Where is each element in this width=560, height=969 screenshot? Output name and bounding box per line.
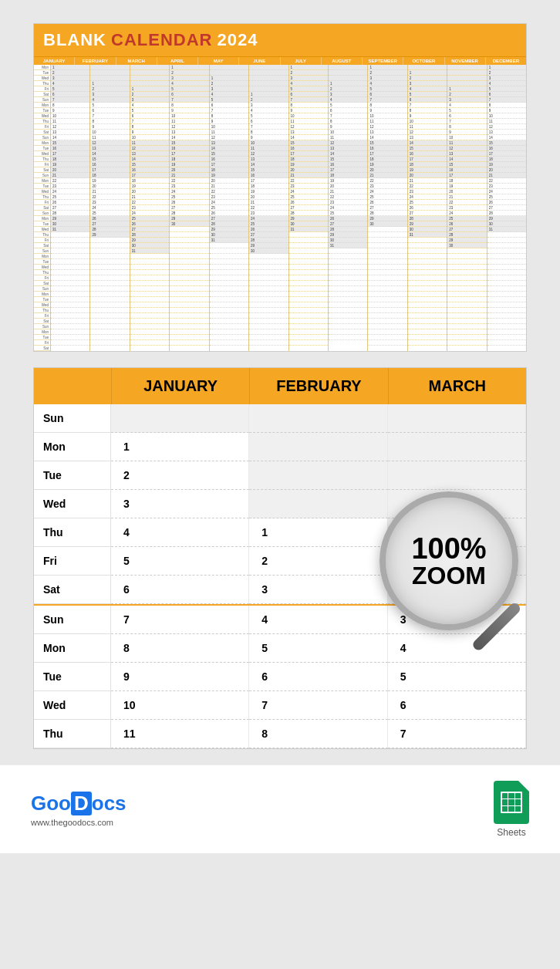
date-cell bbox=[130, 308, 169, 313]
zoom-jan-date-cell: 3 bbox=[111, 490, 249, 518]
date-cell bbox=[368, 297, 407, 302]
date-cell: 4 bbox=[210, 92, 248, 97]
date-cell: 29 bbox=[368, 216, 407, 221]
zoom-mar-date-cell bbox=[388, 404, 526, 433]
date-cell: 29 bbox=[210, 227, 248, 232]
date-cell: 25 bbox=[249, 221, 288, 227]
date-cell bbox=[130, 65, 169, 70]
date-cell: 3 bbox=[90, 92, 129, 97]
date-cell: 7 bbox=[289, 97, 328, 103]
date-cell bbox=[408, 270, 447, 275]
date-cell: 28 bbox=[487, 211, 526, 216]
grid-cell bbox=[515, 799, 521, 805]
month-mar-header: MARCH bbox=[116, 57, 157, 65]
date-cell bbox=[487, 275, 526, 281]
date-cell bbox=[447, 275, 486, 281]
date-cell: 7 bbox=[487, 97, 526, 103]
date-cell bbox=[90, 270, 129, 275]
date-cell: 28 bbox=[130, 232, 169, 238]
date-cell bbox=[210, 281, 248, 286]
date-cell: 6 bbox=[289, 92, 328, 97]
date-cell bbox=[90, 329, 129, 335]
date-cell bbox=[249, 324, 288, 329]
date-cell: 15 bbox=[487, 140, 526, 146]
date-cell bbox=[249, 254, 288, 259]
date-cell bbox=[51, 248, 89, 254]
date-cell: 15 bbox=[408, 146, 447, 151]
date-cell: 30 bbox=[329, 238, 367, 243]
date-cell: 12 bbox=[90, 140, 129, 146]
day-label: Fri bbox=[34, 124, 50, 130]
date-cell bbox=[289, 329, 328, 335]
date-cell: 18 bbox=[408, 162, 447, 167]
date-cell bbox=[487, 232, 526, 238]
date-cell: 14 bbox=[210, 146, 248, 151]
date-cell: 31 bbox=[487, 227, 526, 232]
date-cell: 9 bbox=[90, 124, 129, 130]
brand-text-ocs: ocs bbox=[92, 792, 127, 815]
date-cell: 26 bbox=[368, 200, 407, 205]
date-cell: 16 bbox=[447, 167, 486, 173]
date-cell bbox=[170, 270, 208, 275]
date-cell: 4 bbox=[368, 81, 407, 86]
date-cell bbox=[51, 281, 89, 286]
date-cell: 3 bbox=[170, 76, 208, 81]
date-cell: 20 bbox=[447, 189, 486, 194]
date-cell bbox=[289, 270, 328, 275]
date-cell: 20 bbox=[487, 167, 526, 173]
date-cell bbox=[90, 308, 129, 313]
date-cell: 5 bbox=[90, 103, 129, 108]
date-cell bbox=[249, 292, 288, 297]
date-cell: 9 bbox=[329, 124, 367, 130]
date-cell: 25 bbox=[487, 194, 526, 200]
date-cell: 28 bbox=[90, 227, 129, 232]
date-cell: 24 bbox=[289, 189, 328, 194]
date-cell: 11 bbox=[447, 140, 486, 146]
day-label: Mon bbox=[34, 178, 50, 184]
zoom-february-label: FEBRUARY bbox=[249, 368, 387, 404]
date-cell bbox=[329, 286, 367, 292]
date-cell: 8 bbox=[210, 113, 248, 119]
day-label: Thu bbox=[34, 308, 50, 313]
date-cell: 27 bbox=[329, 221, 367, 227]
date-cell: 21 bbox=[487, 173, 526, 178]
date-cell bbox=[329, 275, 367, 281]
day-label: Tue bbox=[34, 221, 50, 227]
date-cell: 22 bbox=[329, 194, 367, 200]
date-cell: 11 bbox=[210, 130, 248, 135]
date-cell: 12 bbox=[408, 130, 447, 135]
date-cell bbox=[130, 259, 169, 265]
date-cell: 22 bbox=[408, 184, 447, 189]
date-cell: 19 bbox=[408, 167, 447, 173]
date-cell: 16 bbox=[487, 146, 526, 151]
date-cell: 6 bbox=[447, 113, 486, 119]
day-label: Fri bbox=[34, 313, 50, 319]
date-cell: 31 bbox=[210, 238, 248, 243]
date-cell bbox=[249, 286, 288, 292]
date-cell: 10 bbox=[130, 135, 169, 140]
date-cell: 16 bbox=[408, 151, 447, 157]
date-cell: 8 bbox=[130, 124, 169, 130]
date-cell bbox=[289, 324, 328, 329]
day-label: Sun bbox=[34, 135, 50, 140]
date-cell: 28 bbox=[289, 211, 328, 216]
date-cell: 28 bbox=[51, 211, 89, 216]
date-cell bbox=[447, 270, 486, 275]
date-cell: 13 bbox=[130, 151, 169, 157]
date-cell bbox=[51, 335, 89, 340]
date-cell: 21 bbox=[170, 173, 208, 178]
date-cell: 21 bbox=[289, 173, 328, 178]
date-cell bbox=[130, 302, 169, 308]
date-cell: 6 bbox=[130, 113, 169, 119]
zoom-day-name-cell: Thu bbox=[34, 518, 111, 547]
date-cell bbox=[447, 308, 486, 313]
date-cell: 27 bbox=[210, 216, 248, 221]
date-cell: 17 bbox=[487, 151, 526, 157]
calendar-label: CALENDAR bbox=[111, 30, 212, 50]
date-cell: 10 bbox=[329, 130, 367, 135]
date-cell: 10 bbox=[289, 113, 328, 119]
date-cell bbox=[447, 340, 486, 346]
date-cell bbox=[51, 319, 89, 324]
date-cell: 15 bbox=[249, 167, 288, 173]
date-cell bbox=[249, 265, 288, 270]
